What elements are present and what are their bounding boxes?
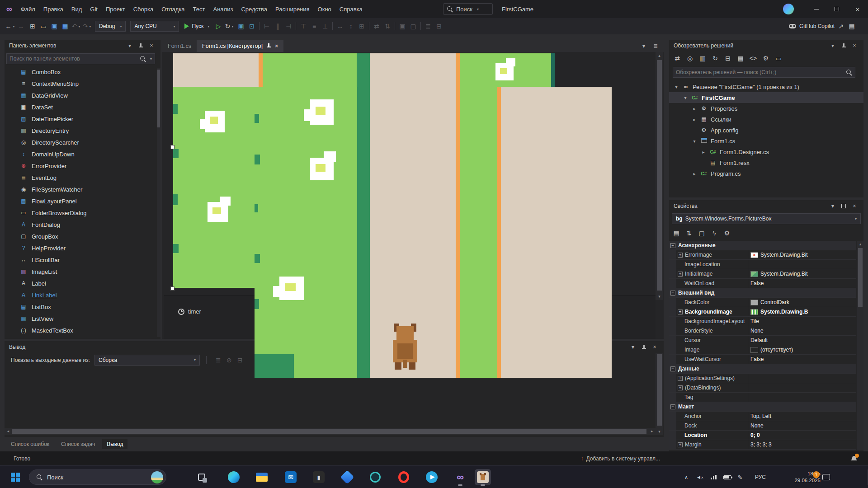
timer-component[interactable]: timer — [178, 308, 201, 315]
collapse-icon[interactable]: − — [670, 366, 675, 371]
window-position-button[interactable]: ▾ — [125, 41, 134, 50]
toolbox-item-fontdialog[interactable]: AFontDialog — [5, 219, 160, 230]
solution-platform-select[interactable]: Any CPU ▾ — [130, 21, 179, 32]
close-tab-icon[interactable]: × — [275, 43, 278, 49]
toolbox-item-folderbrowserdialog[interactable]: ▭FolderBrowserDialog — [5, 207, 160, 219]
expand-icon[interactable]: + — [678, 385, 683, 390]
toolbox-item-datetimepicker[interactable]: ▧DateTimePicker — [5, 113, 160, 125]
tree-expander-icon[interactable]: ▾ — [692, 139, 697, 144]
toolbox-item-listbox[interactable]: ▤ListBox — [5, 301, 160, 313]
output-source-select[interactable]: Сборка ▾ — [94, 355, 200, 366]
property-row[interactable]: +ErrorImage×System.Drawing.Bit — [669, 250, 856, 260]
property-row[interactable]: Image(отсутствует) — [669, 345, 856, 355]
bottom-tab-0[interactable]: Список ошибок — [6, 439, 54, 449]
undo-button[interactable]: ↶▾ — [71, 21, 81, 32]
close-button[interactable]: × — [147, 41, 156, 50]
toolbox-item-imagelist[interactable]: ▨ImageList — [5, 266, 160, 277]
vertical-spacing-button[interactable]: ⇅ — [382, 21, 393, 32]
menu-item-11[interactable]: Окно — [314, 0, 335, 18]
collapse-icon[interactable]: − — [670, 243, 675, 248]
make-same-height-button[interactable]: ↕ — [345, 21, 356, 32]
property-value[interactable]: None — [748, 326, 856, 335]
network-button[interactable] — [708, 466, 719, 488]
close-button[interactable]: × — [650, 343, 659, 352]
solution-tree-node[interactable]: ▸C#Form1.Designer.cs — [669, 146, 863, 157]
property-value[interactable]: Tile — [748, 317, 856, 326]
expand-icon[interactable]: + — [678, 310, 683, 314]
categorized-button[interactable]: ▤ — [671, 228, 682, 239]
pen-button[interactable]: ✎ — [735, 466, 745, 488]
property-value[interactable]: Default — [748, 336, 856, 345]
quick-search-box[interactable]: Поиск ▾ — [443, 3, 493, 15]
toolbox-item-helpprovider[interactable]: ?HelpProvider — [5, 242, 160, 254]
refresh-button[interactable]: ↻ — [710, 53, 721, 64]
property-row[interactable]: CursorDefault — [669, 336, 856, 345]
toolbox-item-dataset[interactable]: ▣DataSet — [5, 101, 160, 113]
blue-app-button[interactable] — [339, 469, 355, 485]
menu-item-2[interactable]: Вид — [67, 0, 86, 18]
tab-form1-cs[interactable]: Form1.cs — [162, 40, 197, 52]
toolbox-item-contextmenustrip[interactable]: ≡ContextMenuStrip — [5, 78, 160, 89]
properties-scrollbar[interactable]: ▴ — [857, 241, 863, 450]
property-value[interactable] — [748, 374, 856, 383]
property-row[interactable]: UseWaitCursorFalse — [669, 355, 856, 364]
save-button[interactable]: ▣ — [49, 21, 60, 32]
solution-tree-node[interactable]: ⚙App.config — [669, 125, 863, 136]
expand-icon[interactable]: + — [678, 253, 683, 258]
file-explorer-button[interactable] — [254, 469, 270, 485]
show-all-files-button[interactable]: ▤ — [735, 53, 746, 64]
solution-tree-node[interactable]: ▾C#FirstCGame — [669, 92, 863, 103]
teal-app-button[interactable] — [367, 469, 383, 485]
toolbox-search-input[interactable] — [9, 56, 137, 62]
make-same-size-button[interactable]: ⊞ — [356, 21, 367, 32]
toolbox-item-maskedtextbox[interactable]: (.)MaskedTextBox — [5, 324, 160, 336]
tree-expander-icon[interactable]: ▸ — [692, 117, 697, 122]
toolbox-item-directoryentry[interactable]: ▥DirectoryEntry — [5, 125, 160, 136]
property-value[interactable] — [748, 383, 856, 392]
tab-list-button[interactable]: ▾ — [639, 42, 648, 51]
align-rights-button[interactable]: ⊣ — [283, 21, 294, 32]
property-value[interactable]: False — [748, 279, 856, 288]
messenger-app-button[interactable] — [424, 469, 440, 485]
solution-tree-node[interactable]: ▸▦Ссылки — [669, 114, 863, 125]
properties-view-button[interactable]: ▢ — [696, 228, 707, 239]
menu-item-8[interactable]: Анализ — [209, 0, 237, 18]
align-tops-button[interactable]: ⊤ — [298, 21, 309, 32]
open-external-button[interactable]: ↗ — [835, 21, 846, 32]
designer-form-tile[interactable] — [173, 53, 259, 87]
align-middles-button[interactable]: ≡ — [309, 21, 320, 32]
bottom-tab-1[interactable]: Список задач — [57, 439, 99, 449]
property-row[interactable]: BorderStyleNone — [669, 326, 856, 336]
toolbox-item-eventlog[interactable]: ≣EventLog — [5, 172, 160, 183]
close-button[interactable]: × — [847, 0, 868, 18]
notifications-button[interactable] — [851, 455, 857, 461]
toggle-word-wrap-button[interactable]: ⊟ — [235, 355, 245, 366]
outlook-button[interactable]: ✉ — [283, 469, 299, 485]
add-to-source-control-button[interactable]: Добавить в систему управл... — [586, 455, 660, 462]
new-project-button[interactable]: ⊞ — [27, 21, 38, 32]
align-centers-button[interactable]: ∥ — [272, 21, 283, 32]
bring-to-front-button[interactable]: ▣ — [397, 21, 408, 32]
volume-button[interactable]: ◄× — [694, 466, 705, 488]
solution-tree-node[interactable]: ▾Form1.cs — [669, 136, 863, 146]
pin-button[interactable] — [639, 343, 648, 352]
property-row[interactable]: +InitialImageSystem.Drawing.Bit — [669, 269, 856, 279]
property-value[interactable]: Top, Left — [748, 412, 856, 421]
tree-expander-icon[interactable]: ▸ — [692, 171, 697, 176]
property-value[interactable]: False — [748, 355, 856, 364]
menu-item-5[interactable]: Сборка — [129, 0, 158, 18]
align-bottoms-button[interactable]: ⊥ — [320, 21, 330, 32]
toolbox-item-groupbox[interactable]: ▢GroupBox — [5, 230, 160, 242]
menu-item-0[interactable]: Файл — [17, 0, 39, 18]
window-position-button[interactable]: ▾ — [828, 202, 837, 211]
property-pages-button[interactable]: ⚙ — [722, 228, 732, 239]
toolbox-item-datagridview[interactable]: ▦DataGridView — [5, 89, 160, 101]
taskbar-search[interactable]: Поиск — [29, 469, 166, 485]
start-without-debugging-button[interactable]: ▷ — [213, 21, 224, 32]
selection-handle[interactable] — [170, 145, 175, 149]
start-button[interactable] — [11, 473, 20, 482]
property-category-row[interactable]: −Асинхронные — [669, 241, 856, 250]
object-selector[interactable]: bg System.Windows.Forms.PictureBox ▾ — [672, 213, 861, 224]
toolbox-search[interactable]: ▾ — [6, 53, 155, 64]
navigate-forward-button[interactable]: → — [15, 21, 26, 32]
